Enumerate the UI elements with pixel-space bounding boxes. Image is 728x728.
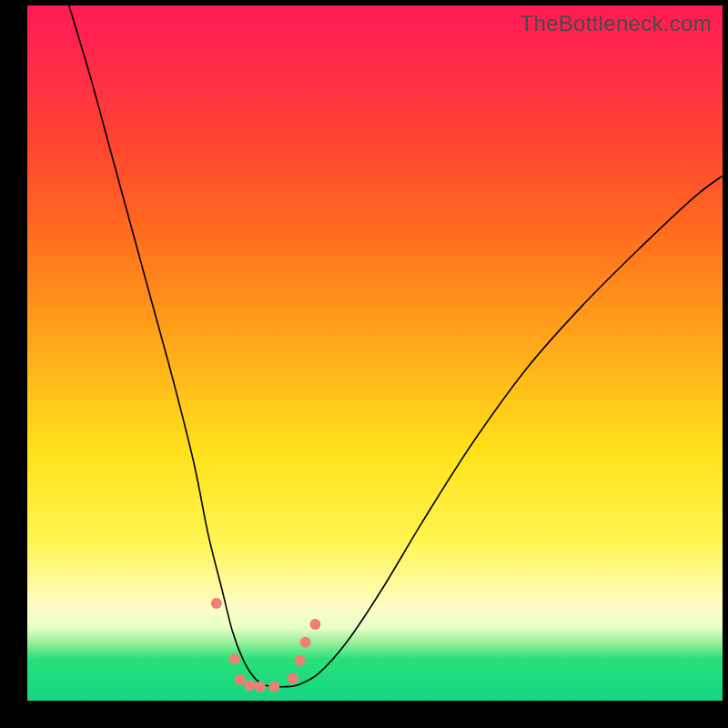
chart-frame: TheBottleneck.com xyxy=(0,0,728,728)
data-dot xyxy=(255,682,266,693)
data-dot xyxy=(211,598,222,609)
chart-svg xyxy=(27,5,723,701)
data-dot xyxy=(268,682,279,693)
data-dot xyxy=(309,619,320,630)
data-dot xyxy=(288,673,298,684)
data-dot xyxy=(235,674,246,685)
data-dot xyxy=(244,680,255,691)
data-dot xyxy=(294,655,305,666)
data-dot xyxy=(300,637,311,648)
data-dot xyxy=(229,653,240,664)
chart-plot-area: TheBottleneck.com xyxy=(27,5,723,701)
bottleneck-curve xyxy=(69,5,723,687)
